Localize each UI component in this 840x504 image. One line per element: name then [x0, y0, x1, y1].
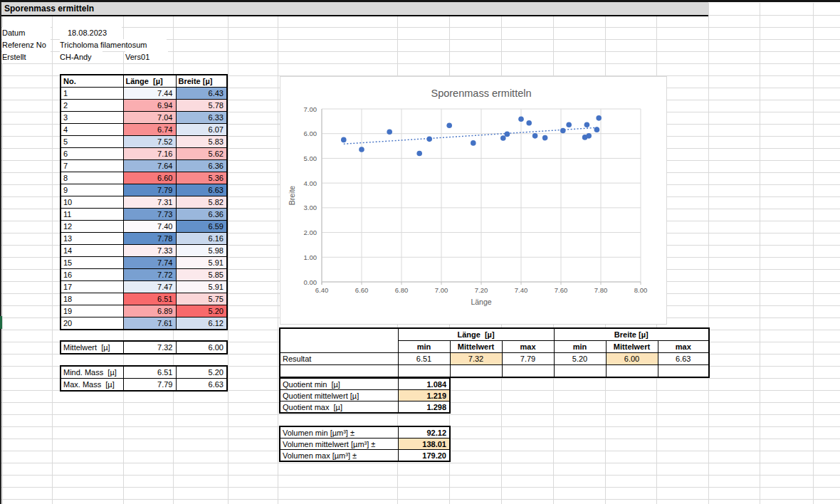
breite-cell[interactable]: 5.78 [176, 100, 227, 112]
data-point[interactable] [426, 137, 432, 142]
resultat-laenge-max[interactable]: 7.79 [502, 353, 554, 365]
col-header-breite[interactable]: Breite [µ] [176, 75, 227, 88]
volumen-max-value[interactable]: 179.20 [398, 450, 450, 462]
empty-cell[interactable] [658, 365, 709, 378]
empty-cell[interactable] [502, 365, 554, 378]
volumen-min-label[interactable]: Volumen min [µm³] ± [280, 426, 398, 439]
laenge-cell[interactable]: 7.47 [123, 281, 176, 293]
no-cell[interactable]: 3 [61, 112, 123, 124]
quotient-mittelwert-label[interactable]: Quotient mittelwert [µ] [280, 390, 398, 401]
breite-cell[interactable]: 6.63 [176, 184, 227, 196]
max-laenge[interactable]: 7.79 [123, 379, 176, 392]
laenge-cell[interactable]: 7.16 [123, 148, 176, 160]
results-corner-cell[interactable] [280, 328, 398, 353]
sub-header-min[interactable]: min [554, 341, 606, 353]
no-cell[interactable]: 1 [61, 88, 123, 100]
no-cell[interactable]: 8 [61, 172, 123, 184]
data-point[interactable] [471, 140, 476, 146]
no-cell[interactable]: 5 [61, 136, 123, 148]
no-cell[interactable]: 17 [61, 281, 123, 293]
col-header-laenge[interactable]: Länge [µ] [123, 75, 176, 88]
max-label[interactable]: Max. Mass [µ] [61, 379, 123, 392]
resultat-label[interactable]: Resultat [280, 353, 398, 365]
volumen-mittelwert-value[interactable]: 138.01 [398, 439, 450, 450]
erstellt-value[interactable]: CH-Andy [60, 51, 103, 63]
no-cell[interactable]: 9 [61, 184, 123, 196]
laenge-cell[interactable]: 7.52 [123, 136, 176, 148]
volumen-mittelwert-label[interactable]: Volumen mittelwert [µm³] ± [280, 439, 398, 450]
breite-cell[interactable]: 5.75 [176, 293, 227, 305]
referenz-value[interactable]: Tricholoma filamentosum [60, 39, 167, 51]
mittelwert-label[interactable]: Mittelwert [µ] [61, 341, 123, 354]
col-header-no[interactable]: No. [61, 75, 123, 88]
no-cell[interactable]: 4 [61, 124, 123, 136]
no-cell[interactable]: 6 [61, 148, 123, 160]
data-point[interactable] [526, 120, 532, 126]
data-point[interactable] [542, 135, 548, 141]
data-point[interactable] [560, 128, 566, 134]
no-cell[interactable]: 12 [61, 221, 123, 233]
mind-breite[interactable]: 5.20 [176, 366, 227, 379]
data-point[interactable] [566, 122, 572, 127]
breite-cell[interactable]: 6.36 [176, 160, 227, 172]
breite-cell[interactable]: 6.43 [176, 88, 227, 100]
breite-cell[interactable]: 5.82 [176, 196, 227, 209]
no-cell[interactable]: 2 [61, 100, 123, 112]
chart-title[interactable]: Sporenmass ermitteln [431, 88, 531, 99]
empty-cell[interactable] [398, 365, 450, 378]
sub-header-max[interactable]: max [502, 341, 554, 353]
breite-cell[interactable]: 6.33 [176, 112, 227, 124]
data-point[interactable] [387, 129, 392, 135]
datum-label[interactable]: Datum [2, 27, 51, 39]
max-breite[interactable]: 6.63 [176, 379, 227, 392]
no-cell[interactable]: 13 [61, 233, 123, 245]
quotient-min-value[interactable]: 1.084 [398, 378, 450, 390]
sub-header-max[interactable]: max [658, 341, 709, 353]
data-point[interactable] [596, 115, 602, 121]
laenge-cell[interactable]: 7.73 [123, 209, 176, 221]
scatter-chart[interactable]: 0.001.002.003.004.005.006.007.006.406.60… [280, 76, 667, 325]
breite-cell[interactable]: 6.16 [176, 233, 227, 245]
no-cell[interactable]: 20 [61, 317, 123, 330]
volumen-min-value[interactable]: 92.12 [398, 426, 450, 439]
data-point[interactable] [416, 151, 422, 157]
data-point[interactable] [518, 116, 524, 122]
data-point[interactable] [584, 122, 590, 127]
breite-cell[interactable]: 5.36 [176, 172, 227, 184]
no-cell[interactable]: 19 [61, 305, 123, 317]
no-cell[interactable]: 11 [61, 209, 123, 221]
resultat-laenge-mittelwert[interactable]: 7.32 [450, 353, 502, 365]
laenge-cell[interactable]: 7.61 [123, 317, 176, 330]
breite-cell[interactable]: 6.36 [176, 209, 227, 221]
resultat-breite-min[interactable]: 5.20 [554, 353, 606, 365]
data-point[interactable] [341, 137, 347, 143]
laenge-cell[interactable]: 6.74 [123, 124, 176, 136]
breite-cell[interactable]: 5.91 [176, 281, 227, 293]
resultat-laenge-min[interactable]: 6.51 [398, 353, 450, 365]
sheet-title-cell[interactable]: Sporenmass ermitteln [0, 2, 708, 15]
laenge-cell[interactable]: 7.40 [123, 221, 176, 233]
laenge-cell[interactable]: 7.31 [123, 196, 176, 209]
no-cell[interactable]: 16 [61, 269, 123, 281]
volumen-max-label[interactable]: Volumen max [µm³] ± [280, 450, 398, 462]
y-axis-title[interactable]: Breite [288, 186, 296, 206]
no-cell[interactable]: 7 [61, 160, 123, 172]
data-point[interactable] [500, 135, 506, 141]
laenge-cell[interactable]: 7.79 [123, 184, 176, 196]
quotient-max-label[interactable]: Quotient max [µ] [280, 401, 398, 414]
quotient-max-value[interactable]: 1.298 [398, 401, 450, 414]
no-cell[interactable]: 18 [61, 293, 123, 305]
sub-header-mittelwert[interactable]: Mittelwert [450, 341, 502, 353]
erstellt-label[interactable]: Erstellt [2, 51, 51, 63]
quotient-min-label[interactable]: Quotient min [µ] [280, 378, 398, 390]
x-axis-title[interactable]: Länge [471, 298, 491, 306]
breite-cell[interactable]: 5.83 [176, 136, 227, 148]
breite-cell[interactable]: 6.12 [176, 317, 227, 330]
laenge-cell[interactable]: 6.94 [123, 100, 176, 112]
mind-label[interactable]: Mind. Mass [µ] [61, 366, 123, 379]
laenge-cell[interactable]: 7.78 [123, 233, 176, 245]
data-point[interactable] [446, 122, 452, 128]
referenz-label[interactable]: Referenz No [2, 39, 51, 51]
breite-cell[interactable]: 5.20 [176, 305, 227, 317]
breite-cell[interactable]: 5.98 [176, 245, 227, 257]
